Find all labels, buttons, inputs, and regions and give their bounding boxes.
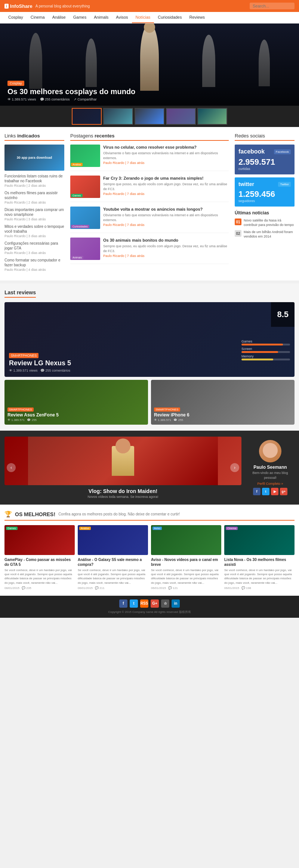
search-input[interactable] (250, 3, 295, 9)
hero-section: Cosplay Os 30 melhores cosplays do mundo… (0, 24, 299, 127)
post-author-2: Paulo Ricardo | 7 dias atrás (103, 192, 229, 196)
thumb-4[interactable] (166, 108, 196, 125)
list-item: Como formatar seu computador e fazer bac… (4, 258, 64, 272)
best-comments-2: 💬 211 (95, 586, 105, 590)
nav-games[interactable]: Games (70, 12, 90, 23)
post-thumb-4: Animais (70, 238, 100, 260)
best-title: OS MELHORES! (15, 511, 55, 517)
link-5-author: Paulo Ricardo | 3 dias atrás (4, 251, 64, 255)
post-content-3: Youtube volta a mostrar os anúncios mais… (103, 207, 229, 229)
facebook-count: 2.959.571 (238, 157, 291, 167)
nav-reviews[interactable]: Reviews (185, 12, 209, 23)
nav-curiosidades[interactable]: Curiosidades (154, 12, 185, 23)
profile-link[interactable]: Perfil Completo » (246, 482, 295, 486)
best-item-1-title[interactable]: GamePlay - Como passar as missões do GTA… (4, 557, 75, 567)
small-review-2-content: SMARTPHONES Review iPhone 6 👁 1.389.571 … (151, 403, 192, 425)
post-item-3: Curiosidades Youtube volta a mostrar os … (70, 207, 229, 233)
review-score: 8.5 (271, 302, 295, 327)
posts-section: Postagens recentes Análise Vírus no celu… (70, 133, 229, 275)
link-6-author: Paulo Ricardo | 4 dias atrás (4, 268, 64, 272)
nav-cinema[interactable]: Cinema (27, 12, 49, 23)
small-reviews: SMARTPHONES Review Asus ZenFone 5 👁 1.38… (4, 380, 295, 425)
best-item-3-title[interactable]: Aviso - Novos vídeos para o canal em bre… (151, 557, 221, 567)
link-2-author: Paulo Ricardo | 2 dias atrás (4, 201, 64, 204)
vlog-info: Vlog: Show do Iron Maiden! Novos vídeos … (4, 488, 241, 499)
post-item-1: Análise Vírus no celular, como resolver … (70, 145, 229, 171)
small-review-1-meta: 👁 1.389.571 💬 255 (7, 418, 59, 422)
nav-animals[interactable]: Animals (90, 12, 112, 23)
vlog-next-button[interactable]: › (230, 463, 239, 472)
vlog-carousel: ‹ › Vlog: Show do Iron Maiden! Novos víd… (4, 437, 241, 499)
link-5[interactable]: Configurações necessárias para jogar GTA (4, 241, 64, 251)
footer-tw-icon[interactable]: t (130, 599, 138, 608)
logo-text: InfoShare (10, 3, 33, 9)
best-date-4: 06/01/2015 (224, 586, 239, 590)
post-title-1[interactable]: Vírus no celular, como resolver esse pro… (103, 145, 229, 150)
best-subtitle: Confira agora os melhores posts do blog.… (58, 512, 180, 516)
hero-title: Os 30 melhores cosplays do mundo (7, 87, 292, 96)
youtube-social-btn[interactable]: ▶ (271, 488, 278, 495)
vlog-prev-button[interactable]: ‹ (7, 463, 16, 472)
link-4[interactable]: Mitos e verdades sobre o tempoque você t… (4, 224, 64, 234)
links-featured-img: 30 app para download (4, 145, 64, 171)
reviews-title: Last reviews (4, 289, 36, 298)
best-comments-4: 💬 198 (241, 586, 251, 590)
best-img-2: Análise (78, 525, 148, 555)
footer-fb-icon[interactable]: f (119, 599, 127, 608)
best-item-3-desc: Se você conhece, deve ir um hardako por … (151, 568, 221, 585)
links-title: Links indicados (4, 133, 64, 141)
best-item-4-title[interactable]: Lista Nova - Os 30 melhores filmes assis… (224, 557, 295, 567)
nav: Cosplay Cinema Análise Games Animals Avi… (0, 12, 299, 24)
thumb-3[interactable] (135, 108, 164, 125)
best-cat-4: Cinema (226, 527, 238, 530)
twitter-social-btn[interactable]: t (262, 488, 269, 495)
big-review-meta: 👁 1.389.571 views 💬 255 comentários (9, 369, 290, 372)
link-3[interactable]: Dicas importantes para comprar um novo s… (4, 207, 64, 217)
best-item-3: Aviso Aviso - Novos vídeos para o canal … (151, 525, 221, 590)
link-2[interactable]: Os melhores filmes para assistir sozinho (4, 190, 64, 200)
googleplus-social-btn[interactable]: g+ (280, 488, 287, 495)
best-item-2-title[interactable]: Análise - O Galaxy S5 vale mesmo a compr… (78, 557, 148, 567)
best-date-2: 06/01/2015 (78, 586, 93, 590)
facebook-badge: Facebook (274, 149, 291, 154)
rating-memory: Memory (241, 354, 290, 360)
hero-content: Cosplay Os 30 melhores cosplays do mundo… (0, 76, 299, 106)
thumb-2[interactable] (103, 108, 133, 125)
footer-in-icon[interactable]: in (172, 599, 180, 608)
small-review-1-cat: SMARTPHONES (7, 407, 34, 412)
facebook-social-btn[interactable]: f (253, 488, 261, 495)
hero-views: 👁 1.389.571 views (7, 97, 36, 101)
profile-social: f t ▶ g+ (246, 488, 295, 495)
hero-comments: 💬 255 comentários (40, 97, 70, 101)
link-6[interactable]: Como formatar seu computador e fazer bac… (4, 258, 64, 267)
post-title-4[interactable]: Os 30 animais mais bonitos do mundo (103, 238, 229, 243)
logo-icon: i (4, 4, 9, 9)
post-content-4: Os 30 animais mais bonitos do mundo Semp… (103, 238, 229, 260)
small-review-1-title: Review Asus ZenFone 5 (7, 412, 59, 418)
footer-gp-icon[interactable]: G+ (151, 599, 159, 608)
best-date-1: 08/01/2015 (4, 586, 19, 590)
thumb-1[interactable] (72, 108, 102, 125)
logo: i InfoShare (4, 3, 33, 9)
post-title-2[interactable]: Far Cry 3: Zerando o jogo de uma maneira… (103, 176, 229, 181)
best-cat-1: Games (6, 527, 18, 530)
profile-desc: Bem-vindo ao meu blog pessoal! (246, 471, 295, 480)
vlog-section: ‹ › Vlog: Show do Iron Maiden! Novos víd… (0, 431, 299, 505)
best-cat-2: Análise (79, 527, 91, 530)
best-date-3: 06/01/2015 (151, 586, 166, 590)
vlog-inner: ‹ › Vlog: Show do Iron Maiden! Novos víd… (4, 437, 295, 499)
link-1[interactable]: Funcionários listam coisas ruins de trab… (4, 174, 64, 183)
post-author-1: Paulo Ricardo | 7 dias atrás (103, 161, 229, 165)
nav-noticias[interactable]: Notícias (132, 12, 154, 23)
nav-avisos[interactable]: Avisos (112, 12, 132, 23)
footer-rss-icon[interactable]: RSS (140, 599, 148, 608)
big-review: SMARTPHONES Review LG Nexus 5 👁 1.389.57… (4, 302, 295, 377)
post-cat-2: Games (71, 194, 83, 197)
best-item-1-desc: Se você conhece, deve ir um hardako por … (4, 568, 75, 585)
nav-cosplay[interactable]: Cosplay (4, 12, 27, 23)
thumb-5[interactable] (197, 108, 227, 125)
nav-analise[interactable]: Análise (49, 12, 70, 23)
post-title-3[interactable]: Youtube volta a mostrar os anúncios mais… (103, 207, 229, 212)
footer-star-icon[interactable]: ☆ (161, 599, 169, 608)
small-review-2: SMARTPHONES Review iPhone 6 👁 1.389.571 … (151, 380, 295, 425)
